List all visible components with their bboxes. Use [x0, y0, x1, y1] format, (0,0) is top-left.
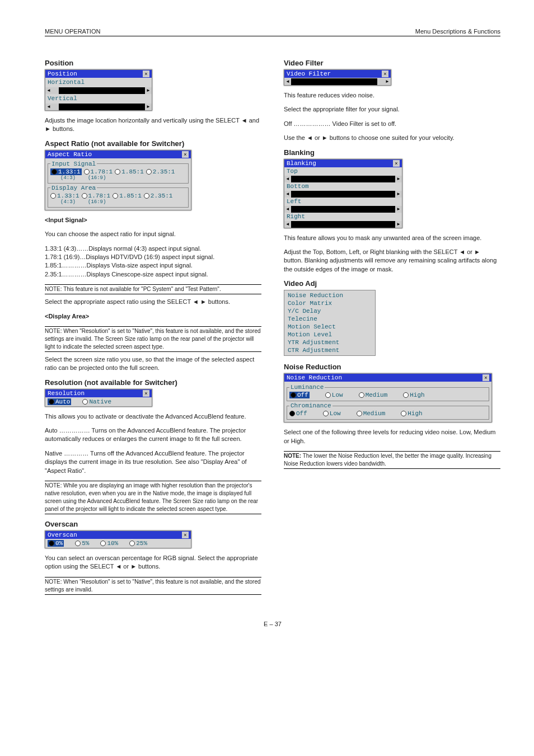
header-right: Menu Descriptions & Functions: [415, 28, 500, 35]
lum-legend: Luminance: [289, 384, 325, 391]
blanking-dialog: Blanking × Top ◄► Bottom ◄► Left ◄►: [284, 159, 402, 228]
radio-lum-low[interactable]: Low: [325, 392, 343, 398]
aspect-note: NOTE: This feature is not available for …: [45, 284, 261, 294]
radio-chr-off[interactable]: Off: [289, 410, 307, 417]
radio-185-da[interactable]: 1.85:1: [113, 192, 142, 199]
videoadj-title: Video Adj: [284, 279, 500, 288]
blanking-right-slider[interactable]: ◄►: [284, 221, 402, 228]
radio-auto[interactable]: Auto: [48, 398, 71, 405]
position-vertical-label: Vertical: [48, 95, 149, 102]
right-arrow-icon[interactable]: ►: [395, 191, 402, 198]
videofilter-slider[interactable]: ◄ ►: [284, 78, 391, 85]
horizontal-slider[interactable]: ◄ ►: [45, 87, 152, 94]
nr-dialog: Noise Reduction × Luminance Off Low Medi…: [284, 373, 492, 422]
menu-item[interactable]: Y/C Delay: [288, 307, 372, 315]
radio-chr-high[interactable]: High: [401, 410, 422, 417]
radio-185[interactable]: 1.85:1: [115, 168, 144, 175]
right-arrow-icon[interactable]: ►: [395, 176, 402, 182]
close-icon[interactable]: ×: [182, 532, 189, 538]
menu-item[interactable]: Motion Level: [288, 331, 372, 339]
radio-25[interactable]: 25%: [129, 540, 147, 547]
aspect-dialog: Aspect Ratio × Input Signal 1.33:1 1.78:…: [45, 150, 191, 210]
subopt-43-da: (4:3): [60, 199, 76, 205]
overscan-dialog: Overscan × 0% 5% 10% 25%: [45, 530, 191, 548]
blanking-dialog-title: Blanking: [287, 160, 316, 167]
radio-10[interactable]: 10%: [100, 540, 118, 547]
left-arrow-icon[interactable]: ◄: [284, 176, 291, 182]
resolution-body2-native: Native ………… Turns off the Advanced AccuB…: [45, 449, 261, 475]
right-arrow-icon[interactable]: ►: [384, 78, 391, 85]
blanking-desc2: Adjust the Top, Bottom, Left, or Right b…: [284, 248, 500, 274]
display-area-note: NOTE: When "Resolution" is set to "Nativ…: [45, 326, 261, 352]
menu-item[interactable]: Noise Reduction: [288, 292, 372, 299]
videofilter-body1: This feature reduces video noise.: [284, 91, 500, 100]
menu-item[interactable]: YTR Adjustment: [288, 339, 372, 346]
position-desc: Adjusts the image location horizontally …: [45, 116, 261, 134]
menu-item[interactable]: CTR Adjustment: [288, 346, 372, 354]
display-area-legend: Display Area: [50, 185, 97, 191]
close-icon[interactable]: ×: [143, 71, 149, 77]
videoadj-menu: Noise Reduction Color Matrix Y/C Delay T…: [284, 290, 376, 356]
menu-item[interactable]: Motion Select: [288, 323, 372, 331]
asp-val-2: 1.85:1…………Displays Vista-size aspect inp…: [45, 261, 261, 270]
aspect-dialog-title: Aspect Ratio: [48, 151, 92, 158]
resolution-dialog: Resolution × Auto Native: [45, 389, 152, 407]
radio-178[interactable]: 1.78:1: [84, 168, 113, 175]
close-icon[interactable]: ×: [393, 160, 400, 167]
position-horizontal-label: Horizontal: [48, 79, 149, 86]
asp-val-1: 1.78:1 (16:9)…Displays HDTV/DVD (16:9) a…: [45, 253, 261, 261]
header-left: MENU OPERATION: [45, 28, 100, 35]
left-arrow-icon[interactable]: ◄: [284, 206, 291, 213]
radio-133[interactable]: 1.33:1: [50, 168, 82, 175]
right-arrow-icon[interactable]: ►: [395, 221, 402, 228]
position-title: Position: [45, 59, 261, 67]
close-icon[interactable]: ×: [182, 151, 189, 158]
radio-5[interactable]: 5%: [75, 540, 89, 547]
close-icon[interactable]: ×: [143, 390, 149, 397]
blanking-top-slider[interactable]: ◄►: [284, 176, 402, 182]
resolution-body1: This allows you to activate or deactivat…: [45, 412, 261, 421]
right-arrow-icon[interactable]: ►: [145, 104, 152, 110]
left-arrow-icon[interactable]: ◄: [45, 87, 52, 94]
left-arrow-icon[interactable]: ◄: [45, 104, 52, 110]
left-arrow-icon[interactable]: ◄: [284, 191, 291, 198]
radio-133-da[interactable]: 1.33:1: [50, 192, 79, 199]
asp-val-0: 1.33:1 (4:3)……Displays normal (4:3) aspe…: [45, 245, 261, 253]
blanking-left-slider[interactable]: ◄►: [284, 206, 402, 213]
blanking-top-label: Top: [284, 167, 402, 175]
aspect-note-hint: Select the appropriate aspect ratio usin…: [45, 298, 261, 306]
menu-item[interactable]: Telecine: [288, 315, 372, 323]
right-arrow-icon[interactable]: ►: [145, 87, 152, 94]
nr-note-body: The lower the Noise Reduction level, the…: [284, 453, 491, 467]
radio-chr-med[interactable]: Medium: [357, 410, 386, 417]
radio-chr-low[interactable]: Low: [323, 410, 341, 417]
blanking-bottom-slider[interactable]: ◄►: [284, 191, 402, 198]
radio-235-da[interactable]: 2.35:1: [144, 192, 173, 199]
left-arrow-icon[interactable]: ◄: [284, 221, 291, 228]
resolution-title: Resolution (not available for Switcher): [45, 378, 261, 387]
left-arrow-icon[interactable]: ◄: [284, 78, 291, 85]
aspect-sub-input: <Input Signal>: [45, 216, 261, 224]
close-icon[interactable]: ×: [382, 71, 388, 77]
input-signal-legend: Input Signal: [50, 161, 97, 167]
vertical-slider[interactable]: ◄ ►: [45, 104, 152, 110]
radio-lum-med[interactable]: Medium: [359, 392, 388, 398]
position-dialog-title: Position: [48, 71, 77, 77]
radio-lum-off[interactable]: Off: [289, 392, 310, 398]
menu-item[interactable]: Color Matrix: [288, 299, 372, 307]
blanking-left-label: Left: [284, 198, 402, 205]
chr-legend: Chrominance: [289, 402, 332, 409]
videofilter-off: Off ……………… Video Filter is set to off.: [284, 120, 500, 128]
videofilter-use: Use the ◄ or ► buttons to choose one sui…: [284, 134, 500, 142]
right-arrow-icon[interactable]: ►: [395, 206, 402, 213]
close-icon[interactable]: ×: [483, 374, 489, 381]
radio-native[interactable]: Native: [82, 398, 111, 405]
aspect-sub-display: <Display Area>: [45, 312, 261, 321]
videofilter-title: Video Filter: [284, 59, 500, 67]
resolution-body2-auto: Auto …………… Turns on the Advanced AccuBle…: [45, 426, 261, 444]
radio-178-da[interactable]: 1.78:1: [82, 192, 111, 199]
nr-dialog-title: Noise Reduction: [287, 374, 342, 381]
radio-235[interactable]: 2.35:1: [146, 168, 175, 175]
radio-0[interactable]: 0%: [48, 540, 64, 547]
radio-lum-high[interactable]: High: [403, 392, 424, 398]
